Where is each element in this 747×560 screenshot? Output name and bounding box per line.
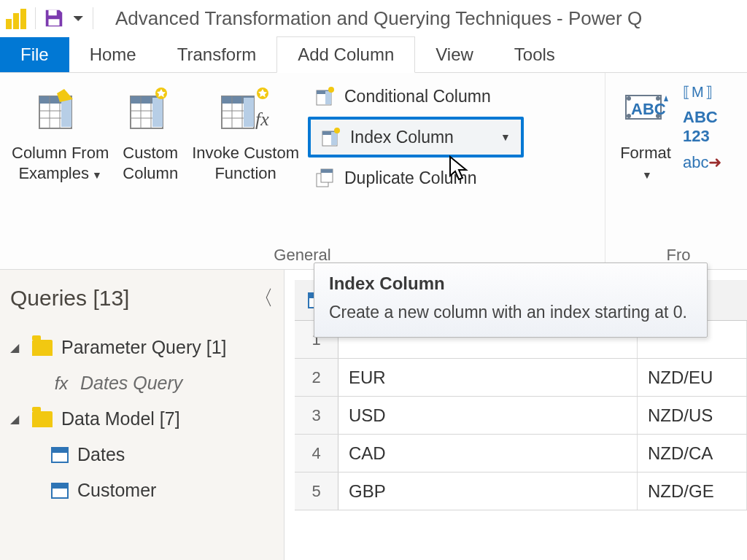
cell[interactable]: NZD/US — [638, 397, 747, 434]
save-icon[interactable] — [43, 7, 65, 29]
function-icon: fx — [51, 373, 71, 394]
ribbon-tabs: File Home Transform Add Column View Tool… — [0, 36, 747, 73]
table-row[interactable]: 2 EUR NZD/EU — [295, 359, 747, 397]
cell[interactable]: NZD/EU — [638, 359, 747, 396]
custom-column-label: Custom Column — [123, 143, 178, 183]
separator — [93, 7, 93, 29]
tab-add-column[interactable]: Add Column — [276, 36, 415, 73]
svg-rect-16 — [152, 98, 163, 127]
chevron-down-icon[interactable]: ▼ — [500, 131, 511, 143]
folder-icon — [32, 340, 53, 356]
svg-rect-0 — [49, 10, 57, 16]
table-icon — [51, 483, 69, 499]
tab-file[interactable]: File — [0, 37, 69, 72]
extract-button[interactable]: ABC 123 — [683, 108, 721, 146]
table-row[interactable]: 4 CAD NZD/CA — [295, 435, 747, 472]
duplicate-column-button[interactable]: Duplicate Column — [308, 163, 524, 192]
tab-view[interactable]: View — [415, 37, 494, 72]
chevron-down-icon: ▼ — [92, 169, 102, 182]
cell[interactable]: GBP — [338, 472, 638, 510]
query-item-label: Customer — [77, 480, 156, 501]
row-number: 2 — [295, 359, 338, 396]
tab-tools[interactable]: Tools — [494, 37, 576, 72]
qat-dropdown-icon[interactable]: ⏷ — [72, 11, 85, 26]
cell[interactable]: EUR — [338, 359, 638, 396]
svg-rect-1 — [49, 19, 60, 26]
query-group-data-model[interactable]: ◢ Data Model [7] — [10, 401, 274, 437]
svg-text:ABC: ABC — [631, 100, 666, 118]
query-item-dates-query[interactable]: fx Dates Query — [10, 365, 274, 401]
duplicate-column-label: Duplicate Column — [344, 168, 477, 188]
main-area: Queries [13] 〈 ◢ Parameter Query [1] fx … — [0, 270, 747, 560]
svg-text:fx: fx — [255, 109, 269, 130]
tooltip-title: Index Column — [329, 273, 692, 294]
tooltip: Index Column Create a new column with an… — [314, 262, 708, 338]
row-number: 3 — [295, 397, 338, 434]
column-from-examples-icon — [32, 82, 89, 139]
merge-columns-icon[interactable]: ⟦M⟧ — [683, 83, 721, 101]
cell[interactable]: CAD — [338, 435, 638, 472]
expand-icon[interactable]: ◢ — [10, 412, 23, 426]
column-from-examples-button[interactable]: Column From Examples▼ — [7, 79, 113, 186]
queries-title: Queries [13] — [10, 286, 129, 311]
data-grid: 1 2 EUR NZD/EU 3 USD NZD/US 4 CAD NZD/CA… — [285, 270, 747, 560]
text-commands-stack: ⟦M⟧ ABC 123 abc➜ — [683, 79, 721, 172]
chevron-down-icon: ▼ — [642, 169, 652, 182]
query-group-parameter[interactable]: ◢ Parameter Query [1] — [10, 330, 274, 365]
format-label: Format — [620, 144, 671, 162]
cell[interactable]: NZD/CA — [638, 435, 747, 472]
window-title: Advanced Transformation and Querying Tec… — [115, 7, 642, 30]
format-icon: ABC — [617, 82, 674, 139]
query-item-dates[interactable]: Dates — [10, 437, 274, 472]
index-column-label: Index Column — [350, 128, 454, 147]
table-row[interactable]: 5 GBP NZD/GE — [295, 472, 747, 510]
tab-transform[interactable]: Transform — [157, 37, 276, 72]
invoke-custom-function-icon: fx — [217, 82, 274, 139]
collapse-pane-icon[interactable]: 〈 — [253, 284, 274, 312]
index-column-button[interactable]: Index Column ▼ — [308, 117, 524, 158]
app-icon — [6, 7, 28, 29]
column-commands-stack: Conditional Column Index Column ▼ Duplic… — [308, 79, 524, 192]
row-number: 5 — [295, 472, 338, 510]
query-item-label: Dates Query — [80, 373, 182, 394]
format-button[interactable]: ABC Format▼ — [613, 79, 678, 186]
query-item-customer[interactable]: Customer — [10, 472, 274, 508]
svg-rect-33 — [331, 132, 337, 145]
conditional-column-label: Conditional Column — [344, 87, 491, 106]
queries-header: Queries [13] 〈 — [10, 284, 274, 312]
query-item-label: Dates — [77, 444, 125, 465]
parse-button[interactable]: abc➜ — [683, 153, 721, 172]
ribbon: Column From Examples▼ Custom Column — [0, 73, 747, 270]
tooltip-body: Create a new column with an index starti… — [329, 301, 692, 324]
invoke-custom-function-label: Invoke Custom Function — [192, 143, 299, 183]
custom-column-icon — [122, 82, 179, 139]
query-group-label: Parameter Query [1] — [61, 337, 226, 358]
svg-rect-8 — [61, 98, 71, 127]
expand-icon[interactable]: ◢ — [10, 341, 23, 354]
table-row[interactable]: 3 USD NZD/US — [295, 397, 747, 435]
query-group-label: Data Model [7] — [61, 408, 180, 429]
svg-marker-44 — [664, 96, 668, 101]
tab-home[interactable]: Home — [69, 37, 157, 72]
separator — [35, 7, 36, 29]
ribbon-group-fromtext: ABC Format▼ ⟦M⟧ ABC 123 abc➜ Fro — [605, 73, 747, 269]
svg-rect-37 — [321, 169, 333, 173]
custom-column-button[interactable]: Custom Column — [117, 79, 183, 186]
queries-pane: Queries [13] 〈 ◢ Parameter Query [1] fx … — [0, 270, 285, 560]
ribbon-group-general: Column From Examples▼ Custom Column — [0, 73, 605, 269]
svg-rect-29 — [325, 91, 331, 104]
title-bar: ⏷ Advanced Transformation and Querying T… — [0, 0, 747, 36]
svg-point-30 — [328, 87, 334, 93]
table-icon — [51, 447, 69, 463]
conditional-column-button[interactable]: Conditional Column — [308, 82, 524, 111]
cell[interactable]: USD — [338, 397, 638, 434]
folder-icon — [32, 411, 53, 427]
invoke-custom-function-button[interactable]: fx Invoke Custom Function — [187, 79, 303, 186]
svg-rect-24 — [244, 98, 254, 127]
cell[interactable]: NZD/GE — [638, 472, 747, 510]
svg-point-34 — [334, 128, 340, 133]
row-number: 4 — [295, 435, 338, 472]
